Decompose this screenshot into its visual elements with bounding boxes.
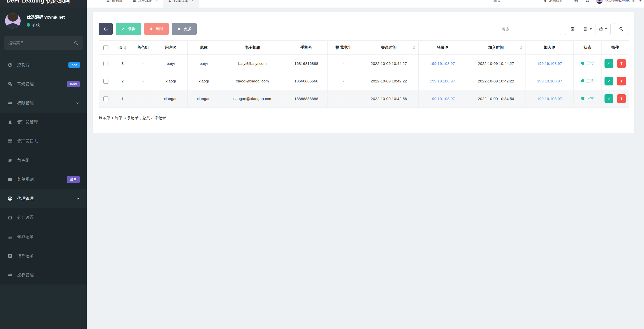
sidebar-item-admin-management[interactable]: 管理员管理 <box>0 113 87 132</box>
sidebar-item-label: 角色组 <box>17 158 30 163</box>
edit-button[interactable]: 编辑 <box>116 23 141 35</box>
cell-id: 3 <box>113 55 132 72</box>
sidebar-item-label: 控制台 <box>17 62 30 68</box>
cell-email: baiyi@baiyi.com <box>220 55 285 72</box>
search-icon[interactable] <box>74 41 78 45</box>
avatar[interactable] <box>596 0 603 4</box>
tab-menu-rules[interactable]: 菜单规则 × <box>128 0 163 8</box>
cell-group: - <box>132 72 154 90</box>
menu-search-input[interactable] <box>8 41 74 45</box>
row-edit-button[interactable] <box>605 77 613 85</box>
more-button[interactable]: 更多 <box>172 23 197 35</box>
auth-submenu: 管理员管理 管理员日志 角色组 菜单规则 菜单 <box>0 113 87 189</box>
sidebar-item-settlement-records[interactable]: 结算记录 <box>0 246 87 265</box>
record-count-summary: 显示第 1 到第 3 条记录，总共 3 条记录 <box>99 115 166 121</box>
join-ip-link[interactable]: 199.19.108.97 <box>537 61 562 66</box>
join-ip-link[interactable]: 199.19.108.97 <box>537 97 562 101</box>
toggle-pagination-button[interactable] <box>565 23 580 35</box>
sort-icon[interactable] <box>413 46 415 50</box>
user-menu[interactable]: 优选源码yxymk.net <box>606 0 635 3</box>
search-button[interactable] <box>614 23 628 35</box>
row-delete-button[interactable] <box>617 59 626 68</box>
sidebar-item-claim-records[interactable]: 领取记录 <box>0 227 87 246</box>
join-ip-link[interactable]: 199.19.108.97 <box>537 79 562 83</box>
caret-down-icon[interactable] <box>639 0 642 2</box>
sidebar-item-admin-log[interactable]: 管理员日志 <box>0 132 87 151</box>
trash-icon <box>149 27 153 31</box>
globe-icon[interactable] <box>574 0 578 3</box>
refresh-button[interactable] <box>99 23 113 35</box>
avatar[interactable] <box>5 13 21 29</box>
menu-search <box>4 36 83 50</box>
sidebar-item-agent-management[interactable]: 代理管理 <box>0 189 87 208</box>
row-edit-button[interactable] <box>605 94 613 103</box>
row-checkbox[interactable] <box>103 96 108 101</box>
table-panel: 编辑 删除 更多 <box>92 12 635 134</box>
nav-clear-cache[interactable]: 清除缓存 <box>543 0 563 3</box>
col-header-login-time[interactable]: 登录时间 <box>359 41 419 55</box>
cell-nickname: xiaoqi <box>188 72 220 90</box>
sidebar-item-console[interactable]: 控制台 hot <box>0 55 87 74</box>
tab-label: 代理管理 <box>174 0 188 3</box>
user-name: 优选源码 yxymk.net <box>27 15 65 20</box>
cell-username: xiaoqi <box>154 72 188 90</box>
close-icon[interactable]: × <box>191 0 193 3</box>
sidebar-menu: 控制台 hot 常规管理 new 权限管理 管理员管理 <box>0 55 87 285</box>
columns-icon <box>584 27 588 31</box>
sidebar-item-role-group[interactable]: 角色组 <box>0 151 87 170</box>
select-all-checkbox[interactable] <box>103 45 108 50</box>
login-ip-link[interactable]: 199.19.108.97 <box>430 97 455 101</box>
close-icon[interactable]: × <box>156 0 158 3</box>
user-icon <box>168 0 171 2</box>
sidebar-item-dividend-settings[interactable]: 分红设置 <box>0 208 87 227</box>
sort-icon[interactable] <box>520 46 522 50</box>
cell-address: - <box>328 90 359 108</box>
user-circle-icon <box>8 196 17 201</box>
circle-icon <box>8 215 17 220</box>
col-header-id[interactable]: ID <box>113 41 132 55</box>
columns-button[interactable] <box>580 23 595 35</box>
row-checkbox[interactable] <box>103 79 108 84</box>
bars-icon <box>8 177 17 182</box>
col-header-group: 角色组 <box>132 41 154 55</box>
cell-join-time: 2022-10-09 10:42:22 <box>466 72 526 90</box>
topnav: 主页 清除缓存 优选源码yxymk.net <box>494 0 644 8</box>
sidebar-item-menu-rules[interactable]: 菜单规则 菜单 <box>0 170 87 189</box>
login-ip-link[interactable]: 199.19.108.97 <box>430 79 455 83</box>
row-edit-button[interactable] <box>605 59 613 68</box>
sidebar-item-auth[interactable]: 权限管理 <box>0 93 87 113</box>
login-ip-link[interactable]: 199.19.108.97 <box>430 61 455 66</box>
cell-email: xiaoqi@xiaoqi.com <box>220 72 285 90</box>
online-dot <box>27 23 30 27</box>
delete-button[interactable]: 删除 <box>144 23 169 35</box>
row-checkbox[interactable] <box>103 61 108 66</box>
status-dot <box>581 79 584 82</box>
hot-badge: hot <box>68 62 80 68</box>
sidebar-item-label: 结算记录 <box>17 253 34 259</box>
cell-phone: 13888888888 <box>285 90 328 108</box>
sidebar-item-general[interactable]: 常规管理 new <box>0 74 87 93</box>
cell-phone: 13666666666 <box>285 72 328 90</box>
tab-agent-management[interactable]: 代理管理 × <box>163 0 198 8</box>
trash-icon <box>620 97 623 101</box>
col-header-address: 提币地址 <box>328 41 359 55</box>
table-search-input[interactable] <box>498 23 561 35</box>
logo-block: DeFi Leading 优选源码 <box>0 0 87 8</box>
col-header-join-time[interactable]: 加入时间 <box>466 41 526 55</box>
row-delete-button[interactable] <box>617 94 626 103</box>
tab-console[interactable]: 控制台 <box>101 0 128 8</box>
sidebar-item-label: 菜单规则 <box>17 177 34 182</box>
export-button[interactable] <box>595 23 610 35</box>
sidebar-item-label: 管理员日志 <box>17 138 38 144</box>
sidebar-item-authorization[interactable]: 授权管理 <box>0 265 87 285</box>
bars-icon <box>133 0 136 2</box>
users-icon <box>8 101 17 106</box>
row-delete-button[interactable] <box>617 77 626 85</box>
view-button-group <box>565 23 611 35</box>
sort-icon[interactable] <box>124 46 127 50</box>
user-status: 在线 <box>27 23 65 27</box>
gear-icon <box>177 27 181 31</box>
nav-home[interactable]: 主页 <box>494 0 501 3</box>
apps-icon[interactable] <box>585 0 589 3</box>
dashboard-icon <box>106 0 110 2</box>
